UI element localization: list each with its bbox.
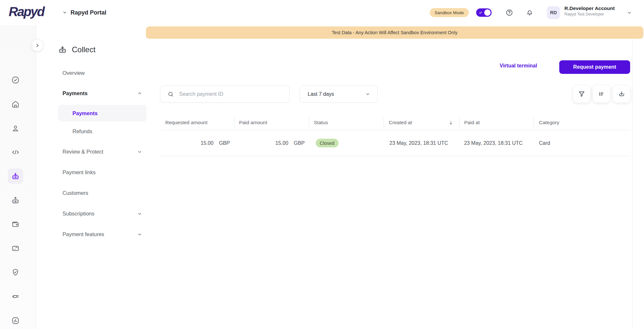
category-cell: Card (533, 130, 630, 156)
rapyd-portal-page: Rapyd Rapyd Portal Sandbox Mode (0, 0, 644, 329)
search-icon (168, 91, 174, 97)
sidebar-item-payment-features[interactable]: Payment features (62, 226, 146, 242)
sidebar-item-label: Payment links (62, 169, 96, 175)
check-icon (479, 11, 483, 15)
sidebar-item-label: Overview (62, 70, 85, 76)
sidebar-item-payments[interactable]: Payments (58, 105, 147, 122)
portal-switcher[interactable]: Rapyd Portal (62, 0, 106, 25)
analytics-icon[interactable] (8, 313, 23, 328)
sidebar-item-review-protect[interactable]: Review & Protect (62, 144, 146, 159)
collect-sidebar: Collect Overview Payments Payments Refun… (36, 25, 147, 329)
sidebar-item-overview[interactable]: Overview (62, 65, 146, 81)
payments-table: Requested amount Paid amount Status Crea… (160, 115, 630, 156)
plug-icon[interactable] (8, 289, 23, 304)
sandbox-toggle[interactable] (476, 8, 492, 17)
paid-at-cell: 23 May, 2023, 18:31 UTC (459, 130, 533, 156)
status-cell: Closed (309, 130, 384, 156)
collect-icon (58, 45, 67, 54)
column-header-paid-amount[interactable]: Paid amount (234, 115, 309, 130)
account-subtitle: Rapyd Test Developer (564, 12, 615, 17)
sidebar-title: Collect (58, 45, 95, 54)
date-range-value: Last 7 days (308, 91, 334, 97)
request-payment-button[interactable]: Request payment (559, 60, 630, 74)
paid-amount-cell: 15.00 GBP (234, 130, 309, 156)
search-input[interactable] (179, 91, 284, 97)
top-bar: Rapyd Rapyd Portal Sandbox Mode (0, 0, 644, 25)
collect-icon[interactable] (8, 168, 23, 184)
table-header-row: Requested amount Paid amount Status Crea… (160, 115, 630, 130)
portal-label: Rapyd Portal (71, 9, 106, 16)
column-header-category[interactable]: Category (533, 115, 630, 130)
download-icon[interactable] (613, 85, 630, 103)
chevron-down-icon (365, 92, 370, 96)
sidebar-expand-button[interactable] (31, 39, 43, 51)
shield-check-icon[interactable] (8, 264, 23, 280)
sidebar-item-label: Payments (62, 90, 88, 96)
help-icon[interactable] (505, 9, 513, 16)
chevron-down-icon (62, 10, 67, 15)
sidebar-item-customers[interactable]: Customers (62, 185, 146, 201)
chevron-down-icon (137, 149, 142, 154)
virtual-terminal-link[interactable]: Virtual terminal (500, 63, 537, 69)
sidebar-item-payment-links[interactable]: Payment links (62, 164, 146, 180)
product-rail (0, 25, 36, 329)
bell-icon[interactable] (526, 9, 533, 16)
requested-amount-cell: 15.00 GBP (160, 130, 234, 156)
sidebar-section-payments[interactable]: Payments (62, 85, 146, 101)
card-icon[interactable] (8, 241, 23, 256)
column-header-status[interactable]: Status (309, 115, 384, 130)
chevron-right-icon (35, 43, 40, 48)
sandbox-mode-badge: Sandbox Mode (430, 8, 469, 17)
sandbox-banner: Test Data - Any Action Will Affect Sandb… (146, 26, 643, 39)
home-icon[interactable] (8, 96, 23, 112)
sidebar-item-label: Payments (72, 110, 98, 116)
sidebar-item-subscriptions[interactable]: Subscriptions (62, 206, 146, 221)
avatar[interactable]: RD (547, 6, 560, 19)
account-menu[interactable]: R.Developer Account Rapyd Test Developer (564, 5, 615, 17)
table-row[interactable]: 15.00 GBP 15.00 GBP Closed 23 May, 2023,… (160, 130, 630, 156)
column-header-created-at[interactable]: Created at (384, 115, 459, 130)
rapyd-logo: Rapyd (9, 5, 44, 19)
column-header-requested-amount[interactable]: Requested amount (160, 115, 234, 130)
toggle-knob (484, 9, 491, 16)
wallet-icon[interactable] (8, 216, 23, 232)
chevron-down-icon[interactable] (627, 10, 632, 15)
sort-icon[interactable] (593, 85, 610, 103)
check-circle-icon[interactable] (8, 72, 23, 88)
code-icon[interactable] (8, 145, 23, 160)
sort-descending-icon (448, 120, 453, 125)
filter-funnel-icon[interactable] (573, 85, 590, 103)
sidebar-item-label: Review & Protect (62, 149, 103, 155)
payment-search (160, 85, 290, 103)
date-range-select[interactable]: Last 7 days (300, 85, 378, 103)
content-right-divider (632, 39, 633, 329)
created-at-cell: 23 May, 2023, 18:31 UTC (384, 130, 459, 156)
payout-icon[interactable] (8, 193, 23, 208)
column-header-paid-at[interactable]: Paid at (459, 115, 533, 130)
sidebar-item-refunds[interactable]: Refunds (72, 124, 147, 139)
sidebar-title-label: Collect (72, 45, 95, 54)
sidebar-item-label: Refunds (72, 128, 92, 135)
person-icon[interactable] (8, 121, 23, 136)
status-badge: Closed (316, 139, 339, 147)
chevron-down-icon (137, 211, 142, 216)
sidebar-item-label: Payment features (62, 231, 104, 237)
chevron-up-icon (137, 91, 142, 96)
sidebar-item-label: Customers (62, 190, 88, 196)
account-name: R.Developer Account (564, 5, 615, 11)
chevron-down-icon (137, 232, 142, 237)
sidebar-item-label: Subscriptions (62, 211, 94, 217)
